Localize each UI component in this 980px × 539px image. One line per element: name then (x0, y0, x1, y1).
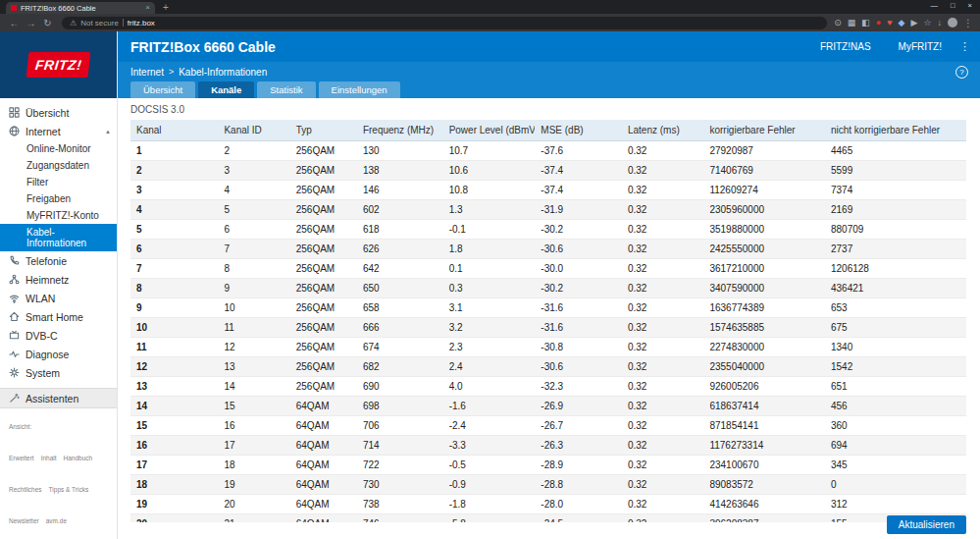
sidebar-item-kabel-informationen[interactable]: Kabel-Informationen (0, 224, 117, 251)
cell-nicht-korrigierbare-fehler: 2169 (825, 200, 966, 220)
cell-kanal: 20 (130, 514, 218, 523)
cell-power-level-dbmv: 3.1 (443, 298, 536, 318)
cell-nicht-korrigierbare-fehler: 4465 (825, 141, 966, 161)
minimize-icon[interactable]: — (931, 1, 939, 10)
cell-frequenz-mhz: 730 (357, 475, 443, 495)
cell-korrigierbare-fehler: 3407590000 (703, 279, 825, 298)
cell-mse-db: -24.5 (535, 514, 622, 523)
cell-typ: 64QAM (290, 495, 357, 514)
cell-nicht-korrigierbare-fehler: 694 (825, 436, 966, 456)
star-icon[interactable]: ☆ (923, 19, 931, 27)
cell-frequenz-mhz: 738 (357, 495, 443, 514)
sidebar-item-online-monitor[interactable]: Online-Monitor (0, 140, 117, 157)
tab-einstellungen[interactable]: Einstellungen (319, 81, 400, 98)
channel-table-viewport[interactable]: KanalKanal IDTypFrequenz (MHz)Power Leve… (130, 120, 966, 522)
footer-link-inhalt[interactable]: Inhalt (41, 455, 57, 461)
sidebar-item-heimnetz[interactable]: Heimnetz (0, 270, 117, 289)
sidebar-item-zugangsdaten[interactable]: Zugangsdaten (0, 157, 117, 174)
cell-latenz-ms: 0.32 (622, 514, 703, 523)
profile-avatar[interactable] (948, 18, 957, 27)
footer-link-newsletter[interactable]: Newsletter (9, 517, 39, 524)
footer-link-handbuch[interactable]: Handbuch (64, 455, 93, 461)
sidebar-item-wlan[interactable]: WLAN (0, 289, 117, 307)
close-icon[interactable]: × (968, 1, 972, 10)
footer-link-tipps-tricks[interactable]: Tipps & Tricks (49, 486, 89, 493)
address-bar[interactable]: ⚠ Not secure fritz.box (62, 17, 827, 29)
sidebar-footer: Ansicht: ErweitertInhaltHandbuchRechtlic… (9, 408, 117, 534)
sidebar-item-telefonie[interactable]: Telefonie (0, 251, 117, 270)
sidebar-item-system[interactable]: System (0, 363, 117, 382)
sidebar-item-smart-home[interactable]: Smart Home (0, 307, 117, 326)
assistant-icon (9, 393, 20, 404)
header-link-fritz-nas[interactable]: FRITZ!NAS (820, 41, 871, 52)
cell-frequenz-mhz: 674 (357, 338, 443, 357)
sidebar-item-myfritz-konto[interactable]: MyFRITZ!-Konto (0, 207, 117, 224)
camera-icon[interactable]: ◧ (861, 19, 870, 27)
grid-icon[interactable]: ▦ (848, 19, 856, 27)
sidebar-item-diagnose[interactable]: Diagnose (0, 345, 117, 363)
cell-typ: 256QAM (290, 377, 357, 397)
table-row: 1112256QAM6742.3-30.80.3222748300001340 (130, 338, 966, 357)
tab-bersicht[interactable]: Übersicht (130, 81, 195, 98)
cell-power-level-dbmv: 4.0 (443, 377, 536, 397)
fritz-logo[interactable]: FRITZ! (0, 31, 117, 98)
cell-kanal: 7 (130, 259, 218, 279)
footer-link-ansicht-erweitert[interactable]: Ansicht: Erweitert (9, 423, 34, 461)
cell-mse-db: -31.6 (535, 318, 622, 338)
cell-korrigierbare-fehler: 234100670 (703, 456, 825, 475)
forward-icon[interactable]: → (24, 18, 38, 28)
address-divider (123, 19, 124, 27)
cell-kanal-id: 18 (218, 456, 289, 475)
back-icon[interactable]: ← (7, 18, 22, 28)
search-icon[interactable]: ⊙ (834, 19, 842, 27)
footer-link-avm-de[interactable]: avm.de (46, 517, 67, 524)
download-icon[interactable]: ↓ (938, 19, 943, 27)
cell-kanal: 8 (130, 279, 218, 298)
cell-nicht-korrigierbare-fehler: 360 (825, 416, 966, 436)
record-icon[interactable]: ● (876, 19, 881, 27)
sidebar-item-label: Internet (26, 126, 61, 137)
footer-link-rechtliches[interactable]: Rechtliches (9, 486, 42, 493)
sidebar-item-internet[interactable]: Internet▲ (0, 122, 117, 140)
column-header-typ: Typ (290, 120, 357, 141)
cell-kanal-id: 5 (218, 200, 289, 220)
cell-mse-db: -31.6 (535, 298, 622, 318)
sidebar-item-bersicht[interactable]: Übersicht (0, 103, 117, 122)
sidebar-item-dvb-c[interactable]: DVB-C (0, 326, 117, 345)
breadcrumb-section[interactable]: Internet (130, 67, 164, 78)
browser-tab[interactable]: FRITZ!Box 6660 Cable × (6, 2, 155, 14)
column-header-korrigierbare-fehler: korrigierbare Fehler (703, 120, 825, 141)
table-row: 1314256QAM6904.0-32.30.32926005206651 (130, 377, 966, 397)
cell-typ: 256QAM (290, 279, 357, 298)
refresh-button[interactable]: Aktualisieren (887, 515, 966, 534)
tab-kan-le[interactable]: Kanäle (198, 81, 254, 98)
cell-nicht-korrigierbare-fehler: 312 (825, 495, 966, 514)
cell-kanal-id: 21 (218, 514, 289, 523)
sidebar-item-assistenten[interactable]: Assistenten (0, 388, 117, 408)
cell-mse-db: -26.7 (535, 416, 622, 436)
shield-icon[interactable]: ◆ (899, 19, 905, 27)
cell-nicht-korrigierbare-fehler: 651 (825, 377, 966, 397)
send-icon[interactable]: ▶ (911, 19, 918, 27)
wifi-icon (9, 293, 20, 303)
smart-home-icon (9, 311, 20, 322)
sidebar-item-filter[interactable]: Filter (0, 174, 117, 190)
tab-statistik[interactable]: Statistik (257, 81, 315, 98)
reload-icon[interactable]: ↻ (40, 18, 55, 28)
header-menu-icon[interactable]: ⋮ (959, 40, 970, 53)
extension-icons: ⊙▦◧●♥◆▶☆↓ (834, 19, 942, 27)
heart-icon[interactable]: ♥ (887, 19, 892, 27)
table-row: 89256QAM6500.3-30.20.323407590000436421 (130, 279, 966, 298)
sidebar-item-freigaben[interactable]: Freigaben (0, 190, 117, 207)
chevron-up-icon: ▲ (105, 129, 111, 135)
help-icon[interactable]: ? (955, 66, 968, 79)
cell-latenz-ms: 0.32 (622, 181, 703, 200)
cell-latenz-ms: 0.32 (622, 357, 703, 377)
tab-close-icon[interactable]: × (145, 4, 150, 12)
new-tab-button[interactable]: + (163, 2, 169, 13)
security-label: Not secure (80, 19, 119, 27)
cell-latenz-ms: 0.32 (622, 416, 703, 436)
browser-menu-icon[interactable]: ⋮ (963, 18, 973, 28)
header-link-myfritz[interactable]: MyFRITZ! (899, 41, 942, 52)
maximize-icon[interactable]: □ (951, 1, 955, 10)
